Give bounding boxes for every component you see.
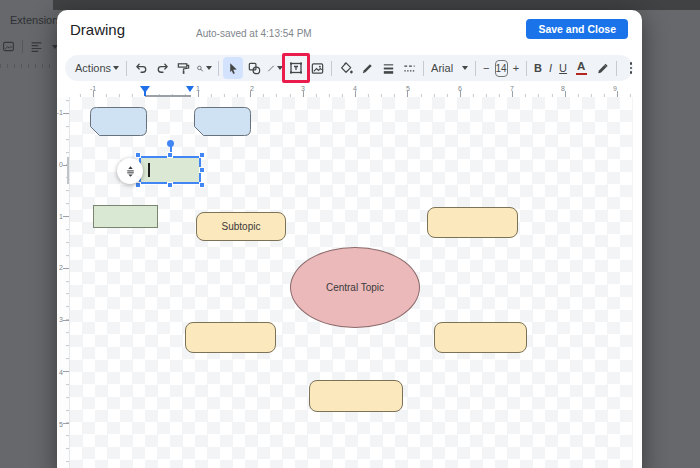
rotation-handle[interactable]	[167, 140, 174, 147]
ruler-label: 5	[406, 85, 410, 92]
yellow-box-top-right[interactable]	[427, 207, 518, 238]
redo-icon	[155, 61, 170, 76]
highlighter-icon	[595, 61, 610, 76]
drawing-toolbar: Actions Arial − 14	[65, 55, 633, 81]
text-box-icon	[288, 60, 304, 76]
line-tool-button[interactable]	[265, 57, 285, 79]
resize-handle-n[interactable]	[167, 152, 173, 158]
resize-handle-ne[interactable]	[199, 152, 205, 158]
ruler-label: 8	[561, 85, 565, 92]
ruler-selection-bar	[67, 157, 69, 184]
shape-icon	[247, 61, 262, 76]
ruler-label: 1	[196, 85, 200, 92]
align-icon	[30, 40, 43, 53]
actions-label: Actions	[75, 62, 111, 74]
ruler-label: 0	[59, 161, 63, 168]
toolbar-separator	[616, 61, 617, 76]
more-options-button[interactable]	[621, 57, 641, 79]
central-topic-ellipse[interactable]: Central Topic	[290, 247, 420, 328]
border-color-button[interactable]	[357, 57, 377, 79]
paint-format-button[interactable]	[173, 57, 193, 79]
underline-button[interactable]: U	[556, 57, 570, 79]
bold-button[interactable]: B	[531, 57, 545, 79]
highlight-color-button[interactable]	[592, 57, 612, 79]
green-rect[interactable]	[93, 205, 158, 228]
ruler-label: 1	[59, 213, 63, 220]
actions-menu-button[interactable]: Actions	[72, 57, 122, 79]
drawing-dialog: Drawing Auto-saved at 4:13:54 PM Save an…	[57, 10, 642, 468]
text-box-tool-button[interactable]	[286, 57, 306, 79]
font-size-input[interactable]: 14	[495, 60, 508, 77]
paint-format-icon	[176, 61, 191, 76]
insert-image-button[interactable]	[307, 57, 327, 79]
screen: Extensions Help Drawing Auto-saved at 4:…	[0, 0, 700, 468]
subtopic-label: Subtopic	[222, 221, 261, 232]
ruler-label: 4	[59, 369, 63, 376]
ruler-label: 9	[613, 85, 617, 92]
text-color-letter: A	[577, 61, 585, 71]
ruler-label: 3	[59, 316, 63, 323]
ruler-label: -1	[57, 109, 63, 116]
border-color-icon	[360, 61, 375, 76]
zoom-button[interactable]	[194, 57, 214, 79]
horizontal-ruler[interactable]: -1123456789	[70, 85, 633, 97]
fill-color-icon	[339, 61, 354, 76]
backdrop-ruler	[0, 60, 54, 68]
border-dash-icon	[402, 61, 417, 76]
selected-green-textbox[interactable]	[140, 157, 200, 183]
ruler-indent-marker-right[interactable]	[186, 86, 194, 92]
chevron-down-icon	[206, 66, 212, 70]
resize-handle-se[interactable]	[199, 182, 205, 188]
undo-button[interactable]	[131, 57, 151, 79]
select-icon	[226, 61, 241, 76]
blue-rounded-rect-2[interactable]	[194, 107, 251, 136]
italic-button[interactable]: I	[546, 57, 555, 79]
ruler-label: 5	[59, 421, 63, 428]
font-family-value: Arial	[431, 62, 453, 74]
backdrop-separator	[22, 40, 23, 53]
undo-icon	[134, 61, 149, 76]
ruler-label: 6	[458, 85, 462, 92]
central-topic-label: Central Topic	[326, 282, 384, 293]
yellow-box-mid-right[interactable]	[434, 322, 527, 353]
border-weight-icon	[381, 61, 396, 76]
yellow-box-bottom[interactable]	[309, 380, 403, 412]
save-and-close-button[interactable]: Save and Close	[526, 19, 628, 39]
resize-handle-s[interactable]	[167, 182, 173, 188]
redo-button[interactable]	[152, 57, 172, 79]
dialog-title: Drawing	[70, 21, 125, 38]
autosave-status: Auto-saved at 4:13:54 PM	[196, 28, 312, 39]
select-tool-button[interactable]	[223, 57, 243, 79]
vertical-align-floating-button[interactable]	[117, 158, 143, 184]
resize-handle-e[interactable]	[199, 167, 205, 173]
resize-handle-nw[interactable]	[135, 152, 141, 158]
drawing-canvas[interactable]: Subtopic Central Topic	[70, 97, 633, 468]
backdrop-top-strip	[53, 0, 700, 10]
ruler-label: 4	[353, 85, 357, 92]
vertical-ruler[interactable]: -1012345	[57, 97, 70, 468]
vertical-align-icon	[124, 165, 137, 178]
ruler-label: -1	[90, 85, 96, 92]
fill-color-button[interactable]	[336, 57, 356, 79]
ruler-label: 2	[250, 85, 254, 92]
ruler-indent-marker-left[interactable]	[140, 86, 150, 93]
chevron-down-icon	[113, 66, 119, 70]
resize-handle-sw[interactable]	[135, 182, 141, 188]
menu-extensions[interactable]: Extensions	[10, 14, 64, 26]
border-dash-button[interactable]	[399, 57, 419, 79]
toolbar-separator	[526, 61, 527, 76]
increase-font-size-button[interactable]: +	[510, 57, 522, 79]
chevron-down-icon	[277, 66, 283, 70]
subtopic-box[interactable]: Subtopic	[196, 212, 286, 241]
text-color-bar	[576, 73, 587, 76]
decrease-font-size-button[interactable]: −	[480, 57, 492, 79]
yellow-box-mid-left[interactable]	[185, 322, 276, 353]
border-weight-button[interactable]	[378, 57, 398, 79]
toolbar-separator	[475, 61, 476, 76]
zoom-icon	[196, 61, 204, 76]
font-family-selector[interactable]: Arial	[428, 57, 471, 79]
shape-tool-button[interactable]	[244, 57, 264, 79]
blue-rounded-rect-1[interactable]	[90, 107, 147, 136]
image-icon	[310, 61, 325, 76]
text-color-button[interactable]: A	[571, 57, 591, 79]
